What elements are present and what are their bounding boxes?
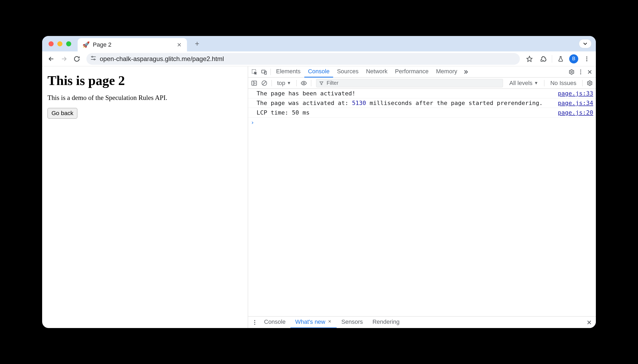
labs-button[interactable] [555,54,566,64]
settings-icon[interactable] [567,67,576,76]
chevron-down-icon: ▼ [534,81,538,86]
browser-tab[interactable]: 🚀 Page 2 [78,38,187,51]
chrome-menu-button[interactable] [581,54,592,64]
drawer-menu-icon[interactable] [250,318,259,327]
devtools-menu-icon[interactable] [576,67,585,76]
new-tab-button[interactable] [192,38,202,49]
web-page: This is page 2 This is a demo of the Spe… [42,66,248,328]
svg-point-13 [586,56,587,58]
page-paragraph: This is a demo of the Speculation Rules … [47,94,242,102]
tab-strip: 🚀 Page 2 [42,36,596,51]
console-message: The page was activated at: 5130 millisec… [248,98,596,108]
context-label: top [277,80,285,87]
separator [296,80,297,86]
console-toolbar: top ▼ Filter All levels ▼ No Issues [248,78,596,89]
separator [582,80,583,86]
clear-console-icon[interactable] [260,79,269,88]
filter-placeholder: Filter [326,80,338,86]
svg-point-31 [589,82,591,84]
console-settings-icon[interactable] [585,79,594,88]
close-icon[interactable] [328,319,332,325]
source-link[interactable]: page.js:33 [558,90,593,97]
console-message: The page has been activated! page.js:33 [248,89,596,98]
maximize-window-button[interactable] [66,41,71,46]
svg-marker-12 [527,56,532,62]
separator [272,80,272,86]
msg-number: 5130 [352,100,366,106]
separator [544,80,544,86]
issues-label[interactable]: No Issues [547,80,580,87]
browser-toolbar: open-chalk-asparagus.glitch.me/page2.htm… [42,51,596,66]
tab-search-button[interactable] [579,39,592,48]
console-prompt[interactable]: › [248,118,596,127]
svg-rect-25 [252,81,257,85]
source-link[interactable]: page.js:20 [558,109,593,116]
msg-text: milliseconds after the page started prer… [366,100,543,106]
svg-point-29 [303,82,305,84]
drawer-tab-whatsnew[interactable]: What's new [290,317,337,328]
reload-button[interactable] [71,54,82,64]
live-expression-icon[interactable] [299,79,308,88]
context-selector[interactable]: top ▼ [274,80,294,87]
separator [270,69,271,75]
msg-text: The page was activated at: [257,100,352,106]
profile-avatar[interactable]: B [569,54,578,63]
msg-text: The page has been activated! [257,90,356,97]
site-settings-icon[interactable] [90,55,97,63]
drawer-tab-sensors[interactable]: Sensors [337,317,368,328]
go-back-button[interactable]: Go back [47,108,77,119]
console-filter[interactable]: Filter [316,79,503,87]
close-devtools-icon[interactable] [585,67,594,76]
drawer-tab-rendering[interactable]: Rendering [368,317,404,328]
svg-point-15 [586,60,587,61]
drawer-tab-label: What's new [295,318,325,325]
separator [552,55,552,63]
back-button[interactable] [46,54,57,64]
close-window-button[interactable] [49,41,54,46]
svg-point-33 [254,322,255,323]
url-text: open-chalk-asparagus.glitch.me/page2.htm… [100,55,224,63]
minimize-window-button[interactable] [57,41,62,46]
svg-point-22 [580,73,581,74]
svg-point-20 [580,70,581,71]
forward-button[interactable] [59,54,69,64]
bookmark-button[interactable] [524,54,535,64]
devtools-panel: Elements Console Sources Network Perform… [248,66,596,328]
window-controls [49,41,71,46]
address-bar[interactable]: open-chalk-asparagus.glitch.me/page2.htm… [86,53,520,65]
svg-point-21 [580,71,581,72]
svg-point-6 [92,56,93,57]
inspect-element-icon[interactable] [250,67,259,77]
console-output: The page has been activated! page.js:33 … [248,89,596,316]
source-link[interactable]: page.js:34 [558,100,593,106]
drawer-tab-console[interactable]: Console [259,317,290,328]
extensions-button[interactable] [538,54,549,64]
log-levels-selector[interactable]: All levels ▼ [506,80,542,87]
toolbar-right: B [524,54,592,64]
console-message: LCP time: 50 ms page.js:20 [248,108,596,118]
tab-console[interactable]: Console [304,66,333,78]
tab-memory[interactable]: Memory [432,66,461,78]
more-tabs-icon[interactable] [461,67,470,77]
tab-elements[interactable]: Elements [272,66,304,78]
close-tab-button[interactable] [176,42,182,48]
devtools-drawer: Console What's new Sensors Rendering [248,316,596,328]
svg-point-19 [571,71,572,73]
browser-window: 🚀 Page 2 open-chalk-asparagus.glitch [42,36,596,328]
svg-point-9 [94,59,95,60]
separator [311,80,311,86]
tab-sources[interactable]: Sources [333,66,362,78]
tab-network[interactable]: Network [362,66,391,78]
toggle-sidebar-icon[interactable] [250,79,259,88]
device-toolbar-icon[interactable] [259,67,269,77]
svg-point-32 [254,320,255,321]
favicon-icon: 🚀 [82,41,90,48]
chevron-down-icon: ▼ [287,81,291,86]
close-drawer-icon[interactable] [585,318,594,327]
tab-performance[interactable]: Performance [391,66,432,78]
tab-title: Page 2 [93,41,111,48]
svg-marker-30 [320,82,323,84]
page-heading: This is page 2 [47,73,242,88]
content-area: This is page 2 This is a demo of the Spe… [42,66,596,328]
avatar-letter: B [572,56,575,62]
